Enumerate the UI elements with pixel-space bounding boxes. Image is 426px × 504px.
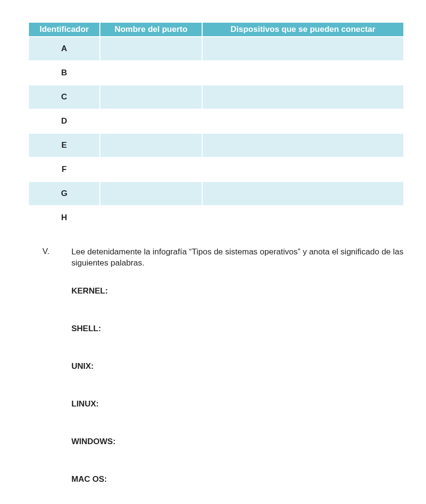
- cell-nombre: [100, 133, 202, 157]
- table-row: H: [28, 206, 404, 230]
- cell-dispositivos: [202, 85, 404, 109]
- cell-nombre: [100, 109, 202, 133]
- cell-id: C: [28, 85, 100, 109]
- cell-id: D: [28, 109, 100, 133]
- cell-dispositivos: [202, 133, 404, 157]
- terms-list: KERNEL: SHELL: UNIX: LINUX: WINDOWS: MAC…: [28, 286, 404, 484]
- table-row: F: [28, 157, 404, 182]
- table-row: E: [28, 133, 404, 157]
- table-row: D: [28, 109, 404, 133]
- cell-dispositivos: [202, 109, 404, 133]
- col-header-identificador: Identificador: [28, 22, 100, 37]
- cell-id: E: [28, 133, 100, 157]
- ports-table: Identificador Nombre del puerto Disposit…: [28, 22, 404, 230]
- cell-nombre: [100, 37, 202, 61]
- term-shell: SHELL:: [71, 324, 404, 334]
- col-header-dispositivos: Dispositivos que se pueden conectar: [202, 22, 404, 37]
- table-row: A: [28, 37, 404, 61]
- term-linux: LINUX:: [71, 399, 404, 409]
- table-row: G: [28, 182, 404, 206]
- cell-id: G: [28, 182, 100, 206]
- term-unix: UNIX:: [71, 362, 404, 371]
- cell-id: F: [28, 157, 100, 182]
- cell-id: B: [28, 61, 100, 85]
- cell-nombre: [100, 157, 202, 182]
- cell-dispositivos: [202, 157, 404, 182]
- term-kernel: KERNEL:: [71, 286, 404, 296]
- table-row: B: [28, 61, 404, 85]
- worksheet-page: Identificador Nombre del puerto Disposit…: [0, 0, 426, 504]
- item-text: Lee detenidamente la infografía “Tipos d…: [71, 247, 404, 269]
- term-macos: MAC OS:: [71, 475, 404, 484]
- table-row: C: [28, 85, 404, 109]
- cell-id: A: [28, 37, 100, 61]
- table-header-row: Identificador Nombre del puerto Disposit…: [28, 22, 404, 37]
- cell-nombre: [100, 182, 202, 206]
- cell-dispositivos: [202, 37, 404, 61]
- col-header-nombre: Nombre del puerto: [100, 22, 202, 37]
- term-windows: WINDOWS:: [71, 437, 404, 447]
- cell-nombre: [100, 85, 202, 109]
- cell-dispositivos: [202, 182, 404, 206]
- cell-nombre: [100, 61, 202, 85]
- cell-id: H: [28, 206, 100, 230]
- item-numeral: V.: [42, 247, 71, 256]
- cell-nombre: [100, 206, 202, 230]
- cell-dispositivos: [202, 206, 404, 230]
- instruction-item-v: V. Lee detenidamente la infografía “Tipo…: [28, 247, 404, 269]
- cell-dispositivos: [202, 61, 404, 85]
